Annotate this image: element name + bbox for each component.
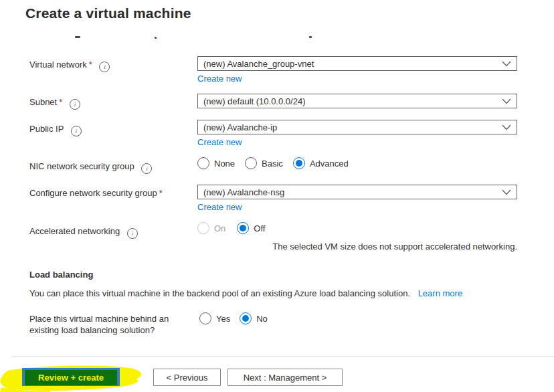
field-label-text: Configure network security group (29, 188, 157, 198)
dropdown-value: (new) default (10.0.0.0/24) (203, 96, 502, 106)
radio-on: On (197, 222, 225, 234)
field-label-text: Virtual network (29, 60, 87, 70)
load-balancing-description: You can place this virtual machine in th… (29, 288, 462, 298)
chevron-down-icon (502, 98, 511, 104)
chevron-down-icon (502, 189, 511, 195)
create-vm-page: { "page": { "title": "Create a virtual m… (0, 0, 554, 392)
radio-basic[interactable]: Basic (245, 157, 283, 169)
dropdown-value: (new) Avalanche-nsg (203, 187, 502, 197)
info-icon[interactable]: i (71, 126, 82, 136)
virtual-network-create-new-link[interactable]: Create new (197, 74, 242, 84)
info-icon[interactable]: i (141, 163, 152, 174)
field-label-text: Subnet (29, 97, 57, 107)
radio-circle (237, 222, 249, 234)
question-line: existing load balancing solution? (29, 325, 155, 335)
radio-no[interactable]: No (240, 312, 268, 324)
public-ip-dropdown[interactable]: (new) Avalanche-ip (197, 120, 517, 134)
load-balancing-heading: Load balancing (29, 270, 93, 280)
subnet-dropdown[interactable]: (new) default (10.0.0.0/24) (197, 94, 517, 108)
configure-nsg-label: Configure network security group* (29, 188, 163, 198)
public-ip-label: Public IP i (29, 124, 82, 136)
radio-advanced[interactable]: Advanced (293, 157, 349, 169)
required-marker: * (89, 60, 92, 70)
review-create-button[interactable]: Review + create (25, 370, 117, 385)
radio-circle (197, 222, 209, 234)
subnet-label: Subnet* i (29, 97, 80, 110)
load-balancing-radio-group: Yes No (199, 312, 268, 324)
field-label-text: NIC network security group (29, 161, 134, 171)
radio-off[interactable]: Off (237, 222, 265, 234)
field-label-text: Accelerated networking (29, 226, 120, 236)
radio-yes[interactable]: Yes (199, 312, 230, 324)
load-balancing-question: Place this virtual machine behind an exi… (29, 313, 198, 336)
chevron-down-icon (502, 124, 511, 130)
info-icon[interactable]: i (70, 99, 80, 110)
radio-circle (245, 157, 257, 169)
accelerated-networking-radio-group: On Off (197, 222, 265, 234)
radio-label: Advanced (310, 159, 349, 169)
description-text: You can place this virtual machine in th… (29, 288, 410, 298)
footer-divider (12, 356, 554, 357)
radio-label: Basic (262, 159, 283, 169)
learn-more-link[interactable]: Learn more (418, 288, 462, 298)
radio-circle (197, 157, 209, 169)
info-icon[interactable]: i (99, 62, 110, 72)
clipped-text-fragment (309, 36, 312, 38)
nic-nsg-radio-group: None Basic Advanced (197, 157, 349, 169)
radio-label: On (214, 223, 225, 233)
clipped-text-fragment (75, 36, 80, 38)
radio-label: None (214, 159, 235, 169)
accelerated-networking-label: Accelerated networking i (29, 226, 138, 239)
next-management-button[interactable]: Next : Management > (227, 369, 343, 386)
vm-size-note: The selected VM size does not support ac… (197, 241, 517, 252)
field-label-text: Public IP (29, 124, 64, 134)
radio-circle (199, 312, 211, 324)
radio-label: No (256, 314, 268, 324)
nic-nsg-label: NIC network security group i (29, 161, 152, 174)
dropdown-value: (new) Avalanche_group-vnet (203, 59, 502, 69)
radio-label: Off (254, 223, 265, 233)
required-marker: * (59, 97, 62, 107)
configure-nsg-create-new-link[interactable]: Create new (197, 202, 242, 212)
question-line: Place this virtual machine behind an (29, 314, 169, 324)
page-title: Create a virtual machine (25, 5, 191, 21)
radio-circle (240, 312, 252, 324)
public-ip-create-new-link[interactable]: Create new (197, 137, 242, 147)
required-marker: * (159, 188, 163, 198)
virtual-network-dropdown[interactable]: (new) Avalanche_group-vnet (197, 56, 517, 71)
dropdown-value: (new) Avalanche-ip (203, 122, 502, 132)
clipped-text-fragment (155, 37, 157, 39)
configure-nsg-dropdown[interactable]: (new) Avalanche-nsg (197, 185, 517, 199)
radio-circle (293, 157, 305, 169)
previous-button[interactable]: < Previous (153, 369, 221, 386)
radio-none[interactable]: None (197, 157, 235, 169)
chevron-down-icon (502, 61, 511, 67)
virtual-network-label: Virtual network* i (29, 60, 110, 72)
info-icon[interactable]: i (127, 228, 138, 239)
radio-label: Yes (216, 314, 230, 324)
